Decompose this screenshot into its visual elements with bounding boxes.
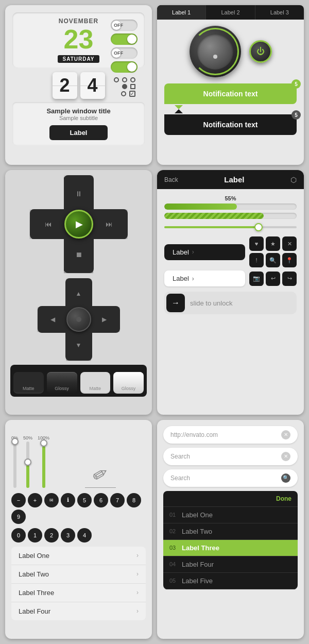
sliders-list-panel: 0% 50% 100% ✏ − + ✉: [5, 420, 152, 639]
picker-row-4[interactable]: 04 Label Four: [163, 556, 298, 573]
share-button[interactable]: ⬡: [290, 176, 297, 184]
vslider-0-thumb[interactable]: [11, 438, 19, 445]
flip-digit-1: 2: [53, 72, 77, 99]
icon-btn-9[interactable]: 9: [11, 510, 26, 524]
toggle-1-label: OFF: [114, 23, 123, 28]
icon-btn-minus[interactable]: −: [11, 493, 26, 507]
icon-btn-4[interactable]: 4: [77, 528, 92, 543]
icon-btn-0[interactable]: 0: [11, 528, 26, 543]
url-input-field[interactable]: http://envato.com ✕: [163, 426, 298, 444]
knob-ring: [192, 28, 239, 75]
slide-to-unlock[interactable]: → slide to unlock: [164, 292, 297, 314]
dark-label-button-1[interactable]: Label ›: [164, 244, 245, 260]
icon-pin[interactable]: 📍: [282, 253, 297, 267]
slider-control[interactable]: [164, 223, 297, 231]
tab-2[interactable]: Label 2: [206, 5, 255, 20]
vslider-50-track[interactable]: [26, 442, 29, 488]
matte-light-label: Matte: [90, 386, 101, 391]
url-clear-button[interactable]: ✕: [281, 430, 290, 439]
picker-row-1[interactable]: 01 Label One: [163, 507, 298, 523]
icon-btn-1[interactable]: 1: [28, 528, 42, 543]
radio-dot-1[interactable]: [114, 77, 119, 82]
picker-row-5[interactable]: 05 Label Five: [163, 573, 298, 589]
picker-num-1: 01: [169, 512, 182, 518]
app-body: 55% Label › ♥ ★ ✕ ! 🔍 📍: [157, 189, 304, 320]
toggle-1[interactable]: OFF: [111, 20, 138, 31]
icon-heart[interactable]: ♥: [249, 236, 264, 251]
radio-dot-3[interactable]: [130, 77, 135, 82]
icon-exclaim[interactable]: !: [249, 253, 264, 267]
icon-buttons-row-1: − + ✉ ℹ 5 6 7 8 9: [11, 493, 146, 524]
toggle-2[interactable]: ON: [111, 33, 138, 45]
vslider-100-thumb[interactable]: [40, 439, 47, 447]
toggle-3-label: OFF: [114, 50, 123, 56]
slider-thumb[interactable]: [254, 223, 263, 231]
picker-row-2[interactable]: 02 Label Two: [163, 523, 298, 540]
tab-1[interactable]: Label 1: [157, 5, 206, 20]
tab-3[interactable]: Label 3: [255, 5, 304, 20]
list-item-2[interactable]: Label Two ›: [11, 565, 146, 584]
white-label-button[interactable]: Label ›: [164, 270, 245, 286]
icon-undo[interactable]: ↩: [266, 272, 280, 286]
window-label-button[interactable]: Label: [49, 125, 108, 140]
toggle-2-label: ON: [128, 37, 135, 42]
glossy-dark-button[interactable]: Glossy: [47, 372, 77, 394]
flip-digit-2: 4: [80, 72, 105, 99]
window-subtitle: Sample subtitle: [18, 115, 140, 121]
icon-search[interactable]: 🔍: [266, 253, 280, 267]
joystick-center-btn[interactable]: [66, 307, 91, 332]
dpad-right[interactable]: ⏭: [91, 209, 128, 239]
checkbox-1[interactable]: [130, 84, 135, 89]
power-button[interactable]: ⏻: [249, 40, 272, 63]
toggle-4-label: ON: [128, 64, 135, 70]
matte-light-button[interactable]: Matte: [80, 372, 111, 394]
toggle-4[interactable]: ON: [111, 61, 138, 73]
app-header: Back Label ⬡: [157, 170, 304, 189]
toggle-3[interactable]: OFF: [111, 47, 138, 59]
glossy-light-button[interactable]: Glossy: [113, 372, 144, 394]
matte-dark-button-1[interactable]: Matte: [13, 372, 44, 394]
joystick-down[interactable]: ▼: [65, 330, 92, 361]
joystick-left[interactable]: ◀: [38, 306, 68, 333]
icon-redo[interactable]: ↪: [282, 272, 297, 286]
radio-dot-2[interactable]: [122, 77, 127, 82]
vslider-0-track[interactable]: [13, 442, 16, 488]
list-item-3[interactable]: Label Three ›: [11, 584, 146, 602]
search-clear-button[interactable]: ✕: [281, 452, 290, 461]
icon-close[interactable]: ✕: [282, 236, 297, 251]
icon-btn-7[interactable]: 7: [110, 493, 125, 507]
list-chevron-4: ›: [136, 607, 139, 615]
joystick-right[interactable]: ▶: [89, 306, 120, 333]
icon-star[interactable]: ★: [266, 236, 280, 251]
search-input-field-2[interactable]: Search 🔍: [163, 469, 298, 487]
chevron-right-icon-2: ›: [192, 275, 194, 282]
radio-dot-4[interactable]: [121, 91, 126, 96]
search-mag-button[interactable]: 🔍: [281, 473, 290, 483]
picker-row-3[interactable]: 03 Label Three: [163, 540, 298, 556]
back-button[interactable]: Back: [164, 176, 178, 183]
checkbox-checked[interactable]: ✓: [129, 91, 135, 97]
list-item-4[interactable]: Label Four ›: [11, 602, 146, 620]
icon-btn-info[interactable]: ℹ: [61, 493, 75, 507]
dpad-left[interactable]: ⏮: [30, 209, 67, 239]
joystick-up[interactable]: ▲: [65, 278, 92, 309]
dpad-bottom[interactable]: ⏹: [64, 236, 94, 273]
picker-done-button[interactable]: Done: [276, 495, 291, 502]
dpad-top[interactable]: ⏸: [64, 175, 94, 212]
search-input-field-1[interactable]: Search ✕: [163, 448, 298, 465]
knob-control[interactable]: [190, 26, 241, 77]
icon-btn-3[interactable]: 3: [61, 528, 75, 543]
play-button[interactable]: ▶: [64, 210, 93, 239]
radio-dot-filled-1[interactable]: [122, 84, 127, 89]
icon-btn-5[interactable]: 5: [77, 493, 92, 507]
icon-btn-6[interactable]: 6: [94, 493, 108, 507]
vslider-50-thumb[interactable]: [24, 459, 31, 466]
icon-camera[interactable]: 📷: [249, 272, 264, 286]
icon-btn-8[interactable]: 8: [127, 493, 141, 507]
icon-btn-2[interactable]: 2: [44, 528, 59, 543]
vslider-100-track[interactable]: [42, 442, 45, 488]
list-item-1[interactable]: Label One ›: [11, 547, 146, 565]
unlock-arrow-icon: →: [166, 294, 185, 312]
icon-btn-plus[interactable]: +: [28, 493, 42, 507]
icon-btn-mail[interactable]: ✉: [44, 493, 59, 507]
